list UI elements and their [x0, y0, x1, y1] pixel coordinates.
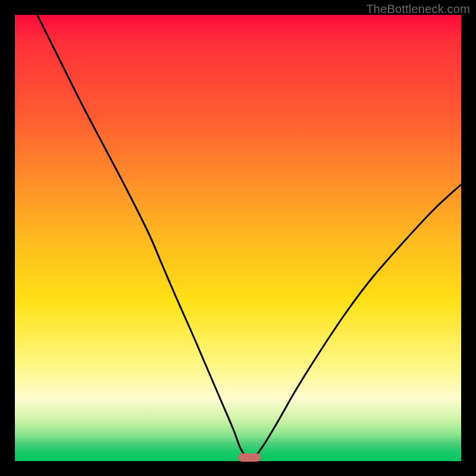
bottleneck-curve: [15, 15, 461, 461]
watermark-text: TheBottleneck.com: [366, 2, 470, 16]
chart-frame: TheBottleneck.com: [0, 0, 476, 476]
plot-area: [15, 15, 461, 461]
optimal-marker: [238, 453, 261, 462]
